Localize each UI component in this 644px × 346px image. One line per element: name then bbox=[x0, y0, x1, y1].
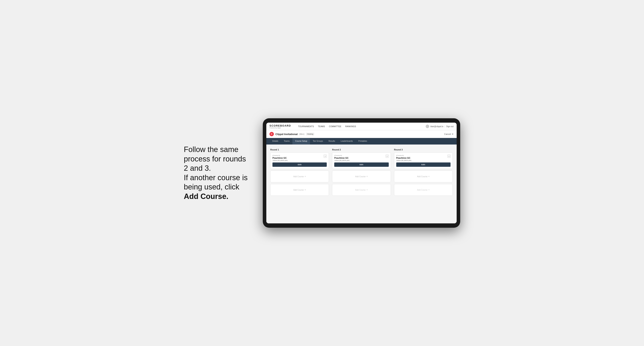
hosting-badge: Hosting bbox=[306, 133, 314, 136]
tournament-name: Clippd Invitational bbox=[276, 133, 298, 136]
round-3-label: Round 3 bbox=[394, 149, 453, 151]
cancel-label: Cancel bbox=[444, 133, 451, 135]
tab-course-setup[interactable]: Course Setup bbox=[292, 138, 310, 145]
add-course-label-r2-2: Add Course bbox=[355, 189, 366, 191]
nav-links: TOURNAMENTS TEAMS COMMITTEE RANKINGS bbox=[298, 125, 421, 128]
remove-button-r3[interactable]: ○ bbox=[447, 155, 450, 158]
remove-button-r2[interactable]: ○ bbox=[386, 155, 389, 158]
rounds-grid: Round 1 (Course A) Peachtree GC Yellow (… bbox=[270, 149, 453, 197]
user-email: blair@clippd.io bbox=[430, 125, 444, 128]
tournament-info: C Clippd Invitational (Men) Hosting bbox=[270, 132, 314, 136]
course-detail: Yellow (M) (6629 yds) bbox=[272, 160, 288, 161]
round-2-label: Round 2 bbox=[332, 149, 391, 151]
add-course-text-r2: Add Course + bbox=[355, 175, 368, 178]
clippd-logo-letter: C bbox=[271, 133, 272, 135]
nav-right: blair@clippd.io | Sign out bbox=[426, 125, 454, 128]
cancel-x-icon: ✕ bbox=[452, 133, 454, 136]
cancel-button[interactable]: Cancel ✕ bbox=[444, 133, 454, 136]
plus-icon-r2-2: + bbox=[366, 188, 368, 191]
add-course-text-r3-2: Add Course + bbox=[417, 188, 430, 191]
add-course-card-r3-2: Add Course + bbox=[394, 184, 453, 196]
add-course-label-r2: Add Course bbox=[355, 175, 366, 178]
add-course-text-r2-2: Add Course + bbox=[355, 188, 368, 191]
nav-link-committee[interactable]: COMMITTEE bbox=[329, 125, 341, 128]
course-label-r3: (Course A) bbox=[396, 155, 412, 156]
logo-area: SCOREBOARD Powered by clippd bbox=[270, 124, 291, 129]
edit-button[interactable]: Edit bbox=[272, 163, 327, 167]
top-nav: SCOREBOARD Powered by clippd TOURNAMENTS… bbox=[266, 123, 457, 130]
nav-link-rankings[interactable]: RANKINGS bbox=[345, 125, 356, 128]
add-course-label-2: Add Course bbox=[293, 189, 304, 191]
plus-icon-r3: + bbox=[428, 175, 430, 178]
round-1-course-card: (Course A) Peachtree GC Yellow (M) (6629… bbox=[270, 152, 329, 169]
nav-link-teams[interactable]: TEAMS bbox=[318, 125, 325, 128]
course-name-r3: Peachtree GC bbox=[396, 157, 412, 159]
add-course-text-2: Add Course + bbox=[293, 188, 306, 191]
tab-leaderboards[interactable]: Leaderboards bbox=[338, 138, 356, 145]
add-course-label-r3: Add Course bbox=[417, 175, 428, 178]
add-course-label-r3-2: Add Course bbox=[417, 189, 428, 191]
tab-results[interactable]: Results bbox=[326, 138, 338, 145]
course-info: (Course A) Peachtree GC Yellow (M) (6629… bbox=[272, 155, 288, 161]
avatar bbox=[426, 125, 429, 128]
logo-sub: Powered by clippd bbox=[270, 127, 291, 129]
add-course-card-r1-2[interactable]: Add Course + bbox=[270, 184, 329, 196]
round-2-column: Round 2 (Course A) Peachtree GC Yellow (… bbox=[332, 149, 391, 197]
course-card-header-r2: (Course A) Peachtree GC Yellow (M) (6629… bbox=[334, 155, 388, 161]
course-card-header: (Course A) Peachtree GC Yellow (M) (6629… bbox=[272, 155, 327, 161]
pipe: | bbox=[444, 125, 445, 128]
sub-header: C Clippd Invitational (Men) Hosting Canc… bbox=[266, 130, 457, 138]
course-info-r3: (Course A) Peachtree GC Yellow (M) (6629… bbox=[396, 155, 412, 161]
plus-icon-2: + bbox=[305, 188, 306, 191]
round-3-column: Round 3 (Course A) Peachtree GC Yellow (… bbox=[394, 149, 453, 197]
round-2-course-card: (Course A) Peachtree GC Yellow (M) (6629… bbox=[332, 152, 391, 169]
edit-button-r2[interactable]: Edit bbox=[334, 163, 388, 167]
round-1-column: Round 1 (Course A) Peachtree GC Yellow (… bbox=[270, 149, 329, 197]
nav-link-tournaments[interactable]: TOURNAMENTS bbox=[298, 125, 314, 128]
course-info-r2: (Course A) Peachtree GC Yellow (M) (6629… bbox=[334, 155, 350, 161]
course-name-r2: Peachtree GC bbox=[334, 157, 350, 159]
add-course-card-r2-1[interactable]: Add Course + bbox=[332, 171, 391, 182]
round-3-course-card: (Course A) Peachtree GC Yellow (M) (6629… bbox=[394, 152, 453, 169]
course-card-header-r3: (Course A) Peachtree GC Yellow (M) (6629… bbox=[396, 155, 450, 161]
edit-button-r3[interactable]: Edit bbox=[396, 163, 450, 167]
tab-tee-groups[interactable]: Tee Groups bbox=[310, 138, 326, 145]
clippd-logo: C bbox=[270, 132, 274, 136]
outer-wrapper: Follow the same process for rounds 2 and… bbox=[184, 118, 460, 228]
add-course-text: Add Course + bbox=[293, 175, 306, 178]
logo-scoreboard: SCOREBOARD bbox=[270, 124, 291, 127]
plus-icon-r2: + bbox=[366, 175, 368, 178]
tab-printables[interactable]: Printables bbox=[356, 138, 370, 145]
plus-icon-r3-2: + bbox=[428, 188, 430, 191]
round-1-label: Round 1 bbox=[270, 149, 329, 151]
add-course-card-r1-1[interactable]: Add Course + bbox=[270, 171, 329, 182]
add-course-card-r2-2: Add Course + bbox=[332, 184, 391, 196]
course-label-r2: (Course A) bbox=[334, 155, 350, 156]
remove-button[interactable]: ○ bbox=[324, 155, 327, 158]
course-detail-r3: Yellow (M) (6629 yds) bbox=[396, 160, 412, 161]
sign-out-link[interactable]: Sign out bbox=[446, 125, 454, 128]
plus-icon: + bbox=[305, 175, 306, 178]
tablet-screen: SCOREBOARD Powered by clippd TOURNAMENTS… bbox=[266, 123, 457, 223]
course-detail-r2: Yellow (M) (6629 yds) bbox=[334, 160, 350, 161]
add-course-card-r3-1[interactable]: Add Course + bbox=[394, 171, 453, 182]
tournament-tag: (Men) bbox=[299, 133, 304, 135]
tab-details[interactable]: Details bbox=[270, 138, 281, 145]
add-course-text-r3: Add Course + bbox=[417, 175, 430, 178]
tabs-bar: Details Teams Course Setup Tee Groups Re… bbox=[266, 138, 457, 145]
tab-teams[interactable]: Teams bbox=[281, 138, 292, 145]
course-name: Peachtree GC bbox=[272, 157, 288, 159]
add-course-label: Add Course bbox=[293, 175, 304, 178]
instruction-text: Follow the same process for rounds 2 and… bbox=[184, 145, 251, 201]
main-content: Round 1 (Course A) Peachtree GC Yellow (… bbox=[266, 145, 457, 223]
tablet-frame: SCOREBOARD Powered by clippd TOURNAMENTS… bbox=[263, 118, 460, 228]
course-label: (Course A) bbox=[272, 155, 288, 156]
